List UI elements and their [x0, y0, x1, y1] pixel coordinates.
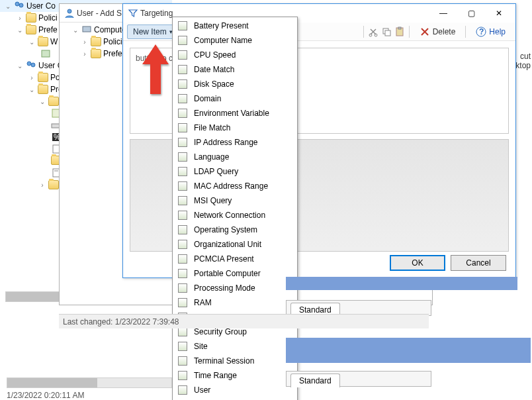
svg-rect-19 — [398, 27, 401, 29]
menu-item-label: File Match — [194, 123, 230, 132]
folder-icon — [48, 97, 59, 106]
menu-item-ram[interactable]: RAM — [174, 295, 296, 310]
menu-item-label: Network Connection — [194, 211, 265, 220]
menu-item-battery-present[interactable]: Battery Present — [174, 19, 296, 33]
menu-item-user[interactable]: User — [174, 383, 296, 397]
menu-item-label: MSI Query — [194, 196, 232, 205]
setting-icon — [40, 48, 51, 59]
tree-label: User Co — [26, 1, 56, 11]
copy-icon[interactable] — [381, 26, 392, 37]
status-last-changed-label: Last changed: — [63, 317, 112, 326]
menu-item-wmi-query[interactable]: WMI Query — [174, 397, 296, 400]
maximize-button[interactable]: ▢ — [457, 5, 485, 22]
menu-item-icon — [177, 385, 189, 395]
menu-item-file-match[interactable]: File Match — [174, 121, 296, 135]
partial-text-right: cut ktop — [515, 52, 532, 70]
menu-item-ldap-query[interactable]: LDAP Query — [174, 164, 296, 179]
menu-item-disk-space[interactable]: Disk Space — [174, 77, 296, 91]
menu-item-msi-query[interactable]: MSI Query — [174, 193, 296, 208]
menu-item-icon — [177, 195, 189, 206]
close-button[interactable]: ✕ — [485, 5, 513, 22]
help-icon: ? — [476, 26, 486, 37]
menu-item-computer-name[interactable]: Computer Name — [174, 33, 296, 48]
menu-item-organizational-unit[interactable]: Organizational Unit — [174, 237, 296, 252]
menu-item-icon — [177, 341, 189, 352]
menu-item-environment-variable[interactable]: Environment Variable — [174, 106, 296, 121]
menu-item-label: IP Address Range — [194, 138, 258, 147]
menu-item-label: User — [194, 385, 210, 395]
svg-point-1 — [19, 3, 23, 7]
menu-item-label: Site — [194, 342, 208, 351]
delete-x-icon — [420, 26, 430, 37]
svg-rect-13 — [83, 26, 91, 32]
bottom-hscroll[interactable] — [7, 377, 172, 388]
menu-item-processing-mode[interactable]: Processing Mode — [174, 281, 296, 295]
menu-item-label: CPU Speed — [194, 50, 236, 60]
svg-rect-17 — [385, 30, 390, 36]
ok-button[interactable]: OK — [390, 255, 445, 271]
new-item-dropdown[interactable]: Battery PresentComputer NameCPU SpeedDat… — [172, 17, 298, 400]
menu-item-date-match[interactable]: Date Match — [174, 62, 296, 77]
menu-item-ip-address-range[interactable]: IP Address Range — [174, 135, 296, 150]
svg-text:?: ? — [479, 27, 484, 36]
folder-icon — [38, 73, 48, 82]
menu-item-operating-system[interactable]: Operating System — [174, 223, 296, 237]
menu-item-pcmcia-present[interactable]: PCMCIA Present — [174, 252, 296, 266]
svg-point-4 — [31, 63, 35, 67]
computer-icon — [81, 25, 92, 35]
menu-item-icon — [177, 181, 189, 191]
window-controls: — ▢ ✕ — [429, 5, 513, 22]
control-panel-icon — [48, 180, 59, 189]
dialog-buttons: OK Cancel — [390, 255, 506, 271]
menu-item-icon — [177, 297, 189, 308]
cancel-button[interactable]: Cancel — [451, 255, 506, 271]
menu-item-terminal-session[interactable]: Terminal Session — [174, 354, 296, 368]
menu-item-icon — [177, 225, 189, 235]
menu-item-icon — [177, 50, 189, 60]
menu-item-label: Battery Present — [194, 21, 249, 30]
menu-item-icon — [177, 152, 189, 162]
menu-item-mac-address-range[interactable]: MAC Address Range — [174, 179, 296, 193]
tab-strip-2: Standard — [286, 371, 431, 387]
menu-item-icon — [177, 123, 189, 133]
folder-icon — [38, 37, 48, 46]
menu-item-label: Portable Computer — [194, 269, 261, 278]
menu-item-cpu-speed[interactable]: CPU Speed — [174, 48, 296, 62]
menu-item-icon — [177, 35, 189, 46]
folder-icon — [26, 25, 36, 34]
minimize-button[interactable]: — — [429, 5, 457, 22]
menu-item-domain[interactable]: Domain — [174, 91, 296, 106]
menu-item-portable-computer[interactable]: Portable Computer — [174, 266, 296, 281]
expander-icon[interactable]: ⌄ — [4, 3, 12, 10]
menu-item-label: Environment Variable — [194, 109, 269, 118]
svg-point-3 — [27, 62, 31, 66]
menu-item-language[interactable]: Language — [174, 150, 296, 164]
menu-item-label: RAM — [194, 298, 212, 307]
menu-item-label: Security Group — [194, 327, 247, 336]
menu-item-label: Domain — [194, 94, 221, 103]
menu-item-label: Terminal Session — [194, 356, 254, 366]
menu-item-site[interactable]: Site — [174, 339, 296, 354]
menu-item-icon — [177, 79, 189, 89]
menu-item-time-range[interactable]: Time Range — [174, 368, 296, 383]
menu-item-label: Disk Space — [194, 79, 234, 89]
menu-item-label: Processing Mode — [194, 283, 255, 293]
new-item-button[interactable]: New Item ▾ — [127, 25, 179, 39]
menu-item-icon — [177, 108, 189, 119]
users-icon — [14, 1, 24, 11]
help-button[interactable]: ? Help — [470, 25, 511, 39]
tab-standard-2[interactable]: Standard — [290, 374, 340, 387]
menu-item-label: LDAP Query — [194, 167, 238, 176]
menu-item-label: Date Match — [194, 65, 234, 74]
menu-item-icon — [177, 254, 189, 264]
folder-icon — [26, 13, 36, 23]
menu-item-icon — [177, 21, 189, 31]
svg-point-12 — [67, 9, 71, 13]
status-bar-2: 1/23/2022 0:20:11 AM — [7, 391, 84, 400]
menu-item-network-connection[interactable]: Network Connection — [174, 208, 296, 223]
delete-button[interactable]: Delete — [414, 25, 462, 39]
paste-icon[interactable] — [394, 26, 405, 37]
new-item-label: New Item — [133, 27, 167, 36]
menu-item-icon — [177, 239, 189, 250]
cut-icon[interactable] — [368, 26, 378, 37]
